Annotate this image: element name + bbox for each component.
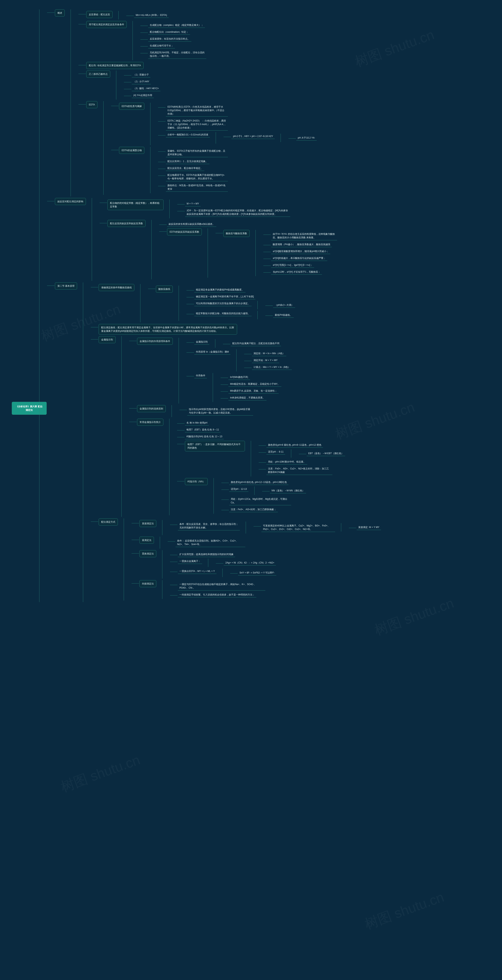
node-my-eq: M + Y = MY (185, 201, 201, 207)
node-replace-b-v: 2Ag+ + Ni（CN）42- ： = 2Ag（CN）2- +Ni2+ (224, 560, 276, 565)
node-mi-c3: MIn易溶于水,反应快、灵敏、有一定选择性； (228, 388, 279, 394)
node-cond-4: 生成配合物可溶于水； (148, 43, 175, 48)
node-cond-3: 反应速度快；有适当的方法指示终点。 (148, 36, 191, 41)
node-mi-header: 名 称 In Min 使用pH (185, 420, 209, 425)
node-ebt-2: 适宜pH： 8-11 (266, 449, 285, 455)
node-f1: （1）双极分子 (132, 72, 150, 78)
node-titration-conditions[interactable]: 用于配位滴定的滴定反应具备条件 (86, 21, 127, 28)
main-branches: 概述 反应基础：配位反应 Mn++nL=MLn (本章L：EDTA) 用于配位滴… (39, 10, 490, 602)
node-back-cond: 条件:：反应慢或无合适指示剂。如测Al3+。Cr3+、Co2+、Ni2+、Ti4… (175, 538, 245, 547)
branch-section2: 第二节 基本原理 准确滴定的条件和酸效应曲线 酸效应曲线 稳定滴定各金属离子的最… (47, 282, 490, 602)
node-cond-2: 配合物配位比（coordination）恒定； (148, 29, 190, 35)
node-alpha-desc: 副反应的发生程度以副反应系数α加以描述。 (167, 221, 216, 227)
node-nn-4: 注意：Fe3+、Al3+封闭，加三乙醇胺掩蔽； (229, 507, 278, 512)
node-che-4: 配合物易溶于水。EDTA与金属离子形成的配合物MY(n-4)一般带有电荷，很极性… (166, 172, 228, 181)
node-edta-p2: EDTA二钠盐（Na2H2Y·2H2O） ： 白色结晶粉末，易溶于水（11.1g… (166, 118, 228, 130)
node-ac-1: 稳定滴定各金属离子的最低PH值成最高酸度。 (194, 287, 245, 293)
node-mi-b: 作用原理 In（金属指示剂）测M (194, 349, 230, 355)
branch-side-reaction: 副反应对配位滴定的影响 配合物的绝对稳定常数（稳定常数），称累积稳定常数 M +… (47, 198, 490, 281)
node-mi-a-v: 配位剂与金属离子配位，且配后前后颜色不同 (231, 341, 281, 346)
node-edta-feature[interactable]: 乙二胺四乙酸特点 (86, 70, 110, 78)
node-side-coef[interactable]: 配位反应的副反应和副反应系数 (107, 220, 145, 227)
node-edta-chelate[interactable]: EDTA的金属螯合物 (119, 147, 144, 154)
node-edta-p3: 分析中一般配制0.01～0.02mol/L的溶液 (166, 132, 210, 137)
node-f2: （2）分子:H4Y (132, 79, 151, 84)
node-replace-c-v: SnY + 6F- = SnF62- + Y 可以即F- (238, 570, 276, 576)
node-acid-effect[interactable]: 酸效应与酸效应系数 (223, 230, 250, 237)
node-nn-2: 适宜pH：12-13 (229, 487, 249, 492)
node-edta-p3a: pH小于1，H6Y + pH = 2.67~6.16 H2Y (231, 134, 274, 139)
node-mi-common[interactable]: 常用金属指示剂简介 (137, 418, 163, 426)
node-accurate-cond[interactable]: 准确滴定的条件和酸效应曲线 (99, 284, 134, 291)
node-mi-c1: In与MIn颜色不同; (228, 375, 250, 380)
node-ae-3: aY[H]随溶液酸度增加而增大，随溶液pH增大而减小； (271, 249, 330, 254)
node-mi-b1: 滴定前：M + In = MIn（A色） (252, 351, 286, 356)
node-ac-4: 稳定常数较大的配合物，对酸效应的抵抗能力越强。 (194, 311, 252, 316)
node-edta-p3b: pH 大于10.2 Y4- (296, 135, 317, 140)
node-replace-b: 一置换出金属离子： (178, 558, 202, 564)
node-direct[interactable]: 直接滴定法 (139, 520, 156, 527)
node-edta[interactable]: EDTA (86, 101, 97, 108)
node-mi-select[interactable]: 金属指示剂的选择原则 (137, 405, 166, 412)
node-mi-c: 作用条件 (194, 373, 207, 378)
node-nn-1: 颜色变化pH<8 粉红色, pH=12~13蓝色，pH>13暗红色 (229, 480, 288, 485)
node-ac-2: 确定滴定某一金属离子时那些离子有干扰，[上对下有扰] (194, 294, 255, 299)
node-ae-4: aY[H]的值越大，表示酸效应引起的副反应越严重； (271, 256, 327, 261)
node-mi-select-a: 指示剂在pM突跃范围内变色，且能计时变色，故pMt应尽量与化学计量点pM一致。以… (187, 407, 253, 415)
node-metal-indicator[interactable]: 金属指示剂 (99, 336, 115, 343)
node-mi-ebt-row: 铬黑T（EBT）蓝色 红色 8～11 (185, 427, 220, 433)
node-ac-3: 可以利用控制酸度的方法实现金属离子的分步滴定。 (194, 301, 252, 306)
node-f4: (4) Y4-起滴定作用 (132, 93, 154, 98)
node-acid-curve[interactable]: 酸效应曲线 (156, 286, 173, 293)
node-replace[interactable]: 置换滴定法 (139, 550, 156, 557)
node-overview[interactable]: 概述 (55, 10, 65, 16)
node-mi-c4: In本身性质稳定，不易氧化变质。 (228, 395, 266, 401)
node-side-reaction[interactable]: 副反应对配位滴定的影响 (55, 198, 86, 205)
node-che-3: 配位反应完全。配合物非常稳定。 (166, 165, 204, 171)
node-stability-const[interactable]: 配合物的绝对稳定常数（稳定常数），称累积稳定常数 (107, 199, 164, 210)
node-ebt-3: 用处：pH=10时测水中钙、镁总量。 (266, 459, 307, 465)
node-titration-mode[interactable]: 配位滴定方式 (99, 519, 118, 525)
node-ae-5: aY[H] 范围[1~+∞]， lgaY[H] [0 ~+∞]； (271, 262, 314, 268)
node-replace-a: 扩大应用范围；提高选择性和摆脱指示剂的封闭现象 (178, 552, 235, 557)
node-mi-c2: MIn稳定性适当：既要稳定，且稳定性小于MY。 (228, 382, 281, 387)
node-ligand[interactable]: 配位剂: 有机滴定剂主要是氨羧配位剂，常用EDTA (86, 62, 143, 69)
node-direct-eq: 直接滴定: M + Y MY (357, 525, 381, 530)
node-mi-ebt[interactable]: 铬黑T（EBT）：是多元酸，不同的酸碱形式具有不同的颜色 (185, 441, 245, 452)
node-direct-ions: 可直接滴定的40种以上金属离子。Ca2+、Mg2+、Bi3+、Fe3+、Pb2+… (261, 523, 335, 532)
node-edta-side[interactable]: EDTA的副反应和副反应系数 (167, 228, 202, 235)
node-ae-1: 由于H+ 与Y4- 的结合使主反应的程度降低，这种现象为酸效应。酸效应的大小用酸… (271, 231, 337, 240)
node-section2[interactable]: 第二节 基本原理 (55, 282, 77, 290)
node-my-expl: 式中：为一定温度时金属—EDTA配合物的绝对稳定常数，此值越大，配合物越稳定；[… (185, 208, 290, 217)
node-edta-p1: EDTA的性质(1) EDTA：白色无水结晶粉末，难溶于水0.02g/100mL… (166, 104, 228, 117)
node-mi-principle[interactable]: 金属指示剂的作用原理和条件 (137, 338, 173, 345)
node-edta-property[interactable]: EDTA的性质与离解 (119, 103, 144, 110)
node-cond-5: 无机滴定剂:NH3等。不稳定，分级配位，没有合适的指示剂，一般不用。 (148, 50, 206, 59)
node-mln: Mn++nL=MLn (本章L：EDTA) (134, 13, 169, 18)
node-che-5: 颜色特点：M无色---形成MY也无色，M有色---形成MY色更深 (166, 183, 228, 192)
node-f3: （3）酸性：H4Y H6Y2+ (132, 86, 160, 91)
node-nn-3: 用处：在pH=12Ca、Mg共存时，Mg生成沉淀，可测出Ca。 (229, 496, 291, 505)
node-mi-nn-row: 钙酸指示剂(NN) 蓝色 红色 12～13 (185, 434, 224, 439)
watermark: 树图 shutu.cn (58, 751, 143, 796)
node-ac-3a: （pH由小--大滴） (273, 302, 295, 308)
mindmap-root: 树图 shutu.cn 树图 shutu.cn 树图 shutu.cn 树图 s… (0, 0, 502, 24)
node-ebt-1: 颜色变化pH<6 紫红色, pH=8~11蓝色，pH>12 橙色 (266, 442, 323, 448)
node-direct-cond: 条件：配位反应迅速、完全、速率快；有合适的指示剂；无封闭现象和不发生水解。 (178, 522, 240, 530)
node-ae-6: 当pH≥12时，aY[H] 才近似等于1，无酸效应； (271, 269, 322, 275)
node-ac-4a: 最低PH值越低。 (273, 312, 294, 318)
node-ebt-4: 注意：Fe3+、Al3+、Cu2+、Ni2+使之封闭，消除：加三乙醇胺和KCN掩… (266, 466, 332, 475)
node-back[interactable]: 返滴定法 (139, 537, 154, 544)
node-che-2: 配位比简单1：1，且无分级滴定现象。 (166, 159, 209, 164)
node-mi-nn[interactable]: 钙指示剂（NN） (185, 478, 207, 485)
node-mi-b3: 计量点：Min + Y = MY + In（B色） (252, 364, 292, 370)
node-reaction-basis[interactable]: 反应基础：配位反应 (86, 11, 113, 18)
node-indirect-a: 一测定与EDTA不结合生成稳合物不稳定的离子，例如Na+、K+、SO42-、PO… (178, 582, 265, 590)
watermark: 树图 shutu.cn (362, 888, 447, 934)
node-replace-c: 一置换出EDTA：MY + L = ML + Y (178, 569, 216, 574)
node-mi-a: 金属指示剂 (194, 339, 209, 345)
node-nn-2a: NN（蓝色）→M·NN（酒红色） (270, 488, 306, 493)
node-titration-curve[interactable]: 配位滴定曲线：配位滴定通常用于测定金属离子。当溶液中金属离子浓度较小时，通常用金… (99, 324, 237, 334)
node-mi-b2: 滴定开始：M + Y = MY (252, 358, 279, 363)
node-indirect[interactable]: 间接滴定法 (139, 580, 156, 587)
